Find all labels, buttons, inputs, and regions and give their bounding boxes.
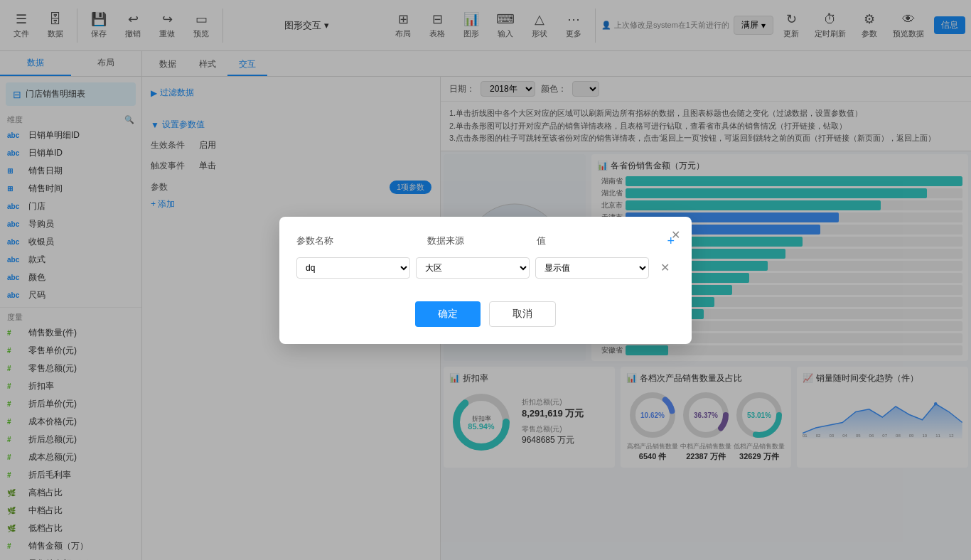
modal-param-source-select[interactable]: 大区	[416, 257, 530, 279]
modal-param-name-select[interactable]: dq	[296, 257, 410, 279]
param-modal: ✕ 参数名称 数据来源 值 + dq 大区 显示值 实际值 ✕ 确定	[279, 217, 692, 344]
modal-close-button[interactable]: ✕	[671, 228, 680, 242]
modal-param-row: dq 大区 显示值 实际值 ✕	[296, 257, 675, 279]
modal-overlay: ✕ 参数名称 数据来源 值 + dq 大区 显示值 实际值 ✕ 确定	[0, 0, 971, 560]
modal-header: 参数名称 数据来源 值 +	[296, 234, 675, 249]
modal-cancel-button[interactable]: 取消	[489, 301, 556, 327]
modal-footer: 确定 取消	[296, 301, 675, 327]
modal-confirm-button[interactable]: 确定	[415, 301, 481, 327]
modal-delete-row-button[interactable]: ✕	[655, 258, 675, 278]
modal-param-value-select[interactable]: 显示值 实际值	[535, 257, 649, 279]
